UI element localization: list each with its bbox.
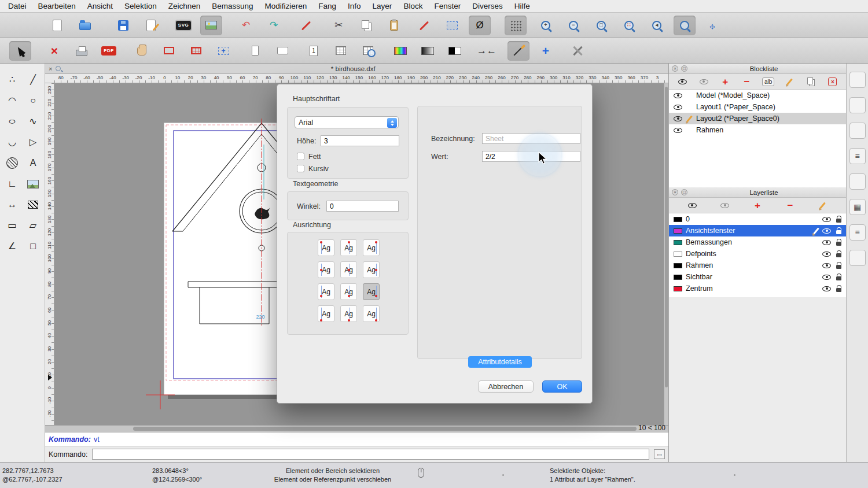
diameter-button[interactable]: Ø [469, 16, 491, 35]
close-document-icon[interactable]: × [49, 65, 52, 72]
block-row[interactable]: Rahmen [669, 124, 846, 136]
edit-layer-button[interactable] [816, 199, 829, 212]
block-list-toggle-button[interactable]: ≡ [849, 148, 866, 164]
align-baseline-right-button[interactable]: Ag [363, 305, 380, 322]
block-row[interactable]: Model (*Model_Space) [669, 90, 846, 101]
height-field[interactable] [321, 135, 399, 146]
grid-settings-toggle-button[interactable]: ▦ [849, 199, 866, 215]
align-baseline-left-button[interactable]: Ag [318, 305, 334, 322]
align-top-left-button[interactable]: Ag [318, 239, 334, 256]
duplicate-block-button[interactable] [805, 75, 818, 88]
layer-visibility-icon[interactable] [822, 275, 831, 280]
layer-list-toggle-button[interactable] [849, 173, 866, 190]
circle-tool-button[interactable]: ○ [23, 90, 43, 111]
hatch-tool-button[interactable] [2, 153, 23, 173]
point-tool-button[interactable]: ∴ [2, 69, 23, 90]
cut-button[interactable]: ✂ [328, 16, 350, 35]
zoom-in-button[interactable]: + [535, 16, 557, 35]
polygon-tool-button[interactable]: ▷ [23, 132, 43, 153]
pointer-tool-button[interactable] [9, 41, 31, 61]
ellipse-tool-button[interactable]: ○ [2, 111, 23, 132]
polyline-tool-button[interactable]: ◡ [2, 132, 23, 153]
zoom-redraw-button[interactable]: ∷ [618, 16, 640, 35]
align-baseline-center-button[interactable]: Ag [340, 305, 357, 322]
vertical-scrollbar-thumb[interactable] [665, 87, 668, 387]
remove-block-button[interactable]: − [740, 75, 753, 88]
block-row[interactable]: Layout1 (*Paper_Space) [669, 101, 846, 113]
menu-bemassung[interactable]: Bemassung [212, 2, 253, 10]
font-family-select[interactable]: Arial [295, 116, 399, 128]
viewport-grid-button[interactable] [185, 41, 207, 61]
svg-export-button[interactable]: SVG [172, 16, 194, 35]
italic-checkbox[interactable] [297, 165, 304, 172]
horizontal-scrollbar[interactable]: 10 < 100 [45, 425, 668, 432]
menu-layer[interactable]: Layer [373, 2, 392, 10]
align-middle-right-button[interactable]: Ag [363, 261, 380, 278]
clipboard-panel-toggle-button[interactable] [849, 250, 866, 266]
purge-unused-blocks-button[interactable]: × [826, 75, 839, 88]
paper-frame-button[interactable] [158, 41, 180, 61]
image-tool-button[interactable] [23, 173, 43, 194]
grid-view-button[interactable] [330, 41, 352, 61]
text-tool-button[interactable]: A [23, 153, 43, 173]
paste-button[interactable] [383, 16, 405, 35]
menu-zeichnen[interactable]: Zeichnen [168, 2, 201, 10]
full-color-button[interactable] [389, 41, 411, 61]
landscape-page-button[interactable] [271, 41, 293, 61]
align-top-right-button[interactable]: Ag [363, 239, 380, 256]
layer-visibility-icon[interactable] [822, 252, 831, 257]
layer-lock-icon[interactable] [836, 288, 841, 292]
box-tool-button[interactable]: □ [23, 236, 43, 257]
layer-lock-icon[interactable] [836, 276, 841, 280]
align-bottom-center-button[interactable]: Ag [340, 283, 357, 300]
layer-row[interactable]: Defpoints [669, 248, 846, 260]
menu-datei[interactable]: Datei [8, 2, 27, 10]
add-block-button[interactable]: + [719, 75, 731, 88]
redo-button[interactable]: ↷ [263, 16, 285, 35]
draw-line-mode-button[interactable] [507, 41, 529, 61]
layer-panel-close-icon[interactable]: × [672, 189, 678, 195]
rename-block-button[interactable]: alb [762, 75, 775, 88]
layer-lock-icon[interactable] [836, 242, 841, 246]
page-count-button[interactable]: 1 [303, 41, 325, 61]
layer-visibility-icon[interactable] [822, 228, 831, 234]
select-area-button[interactable] [441, 16, 463, 35]
menu-hilfe[interactable]: Hilfe [514, 2, 530, 10]
align-middle-left-button[interactable]: Ag [318, 261, 334, 278]
show-all-blocks-button[interactable] [676, 75, 689, 88]
block-row[interactable]: Layout2 (*Paper_Space0) [669, 113, 846, 124]
print-preview-button[interactable] [71, 41, 93, 61]
layer-lock-icon[interactable] [836, 265, 841, 269]
grayscale-button[interactable] [417, 41, 439, 61]
line-tool-button[interactable]: ╱ [23, 69, 43, 90]
bitmap-export-button[interactable] [200, 16, 222, 35]
zoom-out-button[interactable]: − [562, 16, 584, 35]
align-top-center-button[interactable]: Ag [340, 239, 357, 256]
auto-zoom-button[interactable]: □ [590, 16, 612, 35]
layer-panel-float-icon[interactable]: □ [681, 189, 687, 195]
block-visibility-icon[interactable] [674, 105, 682, 110]
library-browser-toggle-button[interactable] [849, 97, 866, 113]
attribute-details-button[interactable]: Attributdetails [468, 356, 532, 368]
layer-visibility-icon[interactable] [822, 240, 831, 245]
merge-views-button[interactable]: →← [476, 41, 498, 61]
menu-block[interactable]: Block [403, 2, 422, 10]
layer-lock-icon[interactable] [836, 219, 841, 223]
menu-info[interactable]: Info [348, 2, 361, 10]
edit-block-button[interactable] [784, 75, 796, 88]
block-panel-close-icon[interactable]: × [672, 65, 678, 72]
combo-stepper-icon[interactable] [387, 118, 397, 128]
zoom-window-button[interactable] [674, 16, 696, 35]
block-panel-float-icon[interactable]: □ [681, 65, 687, 72]
document-zoom-icon[interactable] [56, 66, 61, 71]
menu-bearbeiten[interactable]: Bearbeiten [38, 2, 76, 10]
grid-toggle-button[interactable] [505, 16, 527, 35]
align-bottom-right-button[interactable]: Ag [363, 283, 380, 300]
menu-modifizieren[interactable]: Modifizieren [265, 2, 307, 10]
layer-visibility-icon[interactable] [822, 217, 831, 222]
add-layer-button[interactable]: + [751, 199, 764, 212]
pen-settings-toggle-button[interactable]: ≡ [849, 224, 866, 241]
property-painter-button[interactable] [413, 16, 435, 35]
undo-button[interactable]: ↶ [235, 16, 257, 35]
block-visibility-icon[interactable] [674, 128, 682, 133]
